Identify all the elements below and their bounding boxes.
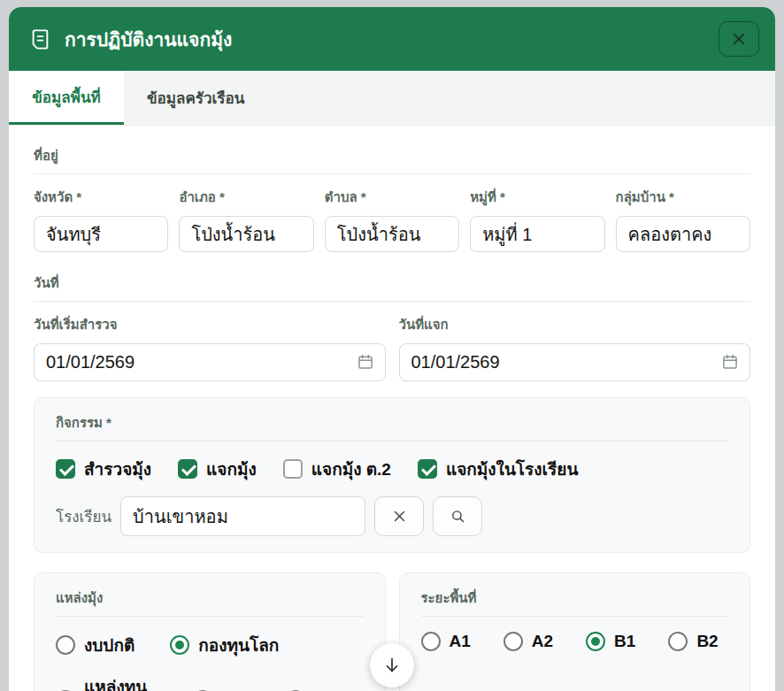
activity-panel: กิจกรรม * สำรวจมุ้ง แจกมุ้ง แจกมุ้ง ต.2 (34, 397, 750, 553)
divider (34, 301, 750, 302)
radio-icon (586, 632, 605, 651)
village-group-label: กลุ่มบ้าน * (616, 187, 750, 208)
radio-a2[interactable]: A2 (503, 632, 553, 651)
school-label: โรงเรียน (56, 504, 111, 528)
scroll-down-button[interactable] (370, 643, 414, 687)
radio-label: A2 (532, 632, 553, 651)
radio-icon (421, 632, 441, 651)
radio-label: B2 (696, 632, 718, 651)
tab-household-info[interactable]: ข้อมูลครัวเรือน (124, 71, 267, 125)
activity-checkboxes: สำรวจมุ้ง แจกมุ้ง แจกมุ้ง ต.2 แจกมุ้งในโ… (56, 456, 728, 482)
area-phase-title: ระยะพื้นที่ (421, 587, 729, 609)
area-phase-row: A1 A2 B1 B2 (421, 632, 729, 651)
district-input[interactable] (179, 216, 313, 252)
radio-other-fund[interactable]: แหล่งทุนอื่น (56, 673, 158, 691)
date-section-title: วันที่ (34, 273, 750, 294)
survey-start-date-input[interactable] (34, 343, 386, 381)
checkbox-distribute-nets-school[interactable]: แจกมุ้งในโรงเรียน (418, 456, 578, 482)
field-subdistrict: ตำบล * (325, 187, 459, 252)
radio-a1[interactable]: A1 (421, 632, 471, 651)
divider (34, 173, 750, 174)
checkbox-label: แจกมุ้ง (206, 456, 257, 482)
radio-global-fund[interactable]: กองทุนโลก (170, 632, 279, 658)
field-village-group: กลุ่มบ้าน * (616, 187, 750, 252)
activity-section-title: กิจกรรม * (56, 412, 728, 434)
school-input[interactable] (120, 496, 365, 536)
checkbox-icon (178, 459, 197, 479)
radio-b1[interactable]: B1 (586, 632, 635, 651)
moo-label: หมู่ที่ * (470, 187, 604, 208)
divider (421, 616, 729, 617)
radio-label: A1 (450, 632, 471, 651)
province-input[interactable] (34, 216, 168, 252)
net-source-row-2: แหล่งทุนอื่น RAI RAI2E (56, 673, 364, 691)
area-phase-panel: ระยะพื้นที่ A1 A2 B1 (399, 572, 751, 691)
radio-icon (56, 635, 75, 655)
field-moo: หมู่ที่ * (470, 187, 604, 252)
divider (56, 616, 364, 617)
radio-label: กองทุนโลก (198, 632, 279, 658)
close-button[interactable] (719, 21, 759, 57)
radio-label: งบปกติ (84, 632, 135, 658)
address-section-title: ที่อยู่ (34, 145, 750, 166)
close-icon (392, 509, 407, 524)
checkbox-label: แจกมุ้งในโรงเรียน (446, 456, 578, 482)
radio-icon (503, 632, 523, 651)
net-source-row-1: งบปกติ กองทุนโลก (56, 632, 364, 658)
radio-icon (170, 635, 189, 655)
village-group-input[interactable] (616, 216, 750, 252)
school-row: โรงเรียน (56, 496, 728, 536)
checkbox-icon (418, 459, 437, 479)
tab-area-info[interactable]: ข้อมูลพื้นที่ (9, 71, 124, 125)
province-label: จังหวัด * (34, 187, 168, 208)
radio-label: แหล่งทุนอื่น (84, 673, 158, 691)
net-distribution-modal: การปฏิบัติงานแจกมุ้ง ข้อมูลพื้นที่ ข้อมู… (9, 7, 775, 691)
checkbox-icon (56, 459, 75, 479)
checkbox-distribute-nets-t2[interactable]: แจกมุ้ง ต.2 (283, 456, 391, 482)
checkbox-icon (283, 459, 303, 479)
radio-icon (668, 632, 688, 651)
date-fields: วันที่เริ่มสำรวจ วันที่แจก (34, 314, 750, 381)
field-distribution-date: วันที่แจก (399, 314, 751, 381)
close-icon (731, 31, 747, 47)
survey-start-date-label: วันที่เริ่มสำรวจ (34, 314, 386, 335)
distribution-date-input[interactable] (399, 343, 751, 381)
field-province: จังหวัด * (34, 187, 168, 252)
arrow-down-icon (382, 656, 402, 675)
checkbox-label: สำรวจมุ้ง (84, 456, 151, 482)
radio-normal-budget[interactable]: งบปกติ (56, 632, 135, 658)
subdistrict-label: ตำบล * (325, 187, 459, 208)
school-clear-button[interactable] (374, 496, 424, 536)
school-search-button[interactable] (433, 496, 482, 536)
tab-bar: ข้อมูลพื้นที่ ข้อมูลครัวเรือน (9, 71, 775, 126)
subdistrict-input[interactable] (325, 216, 459, 252)
search-icon (450, 509, 465, 524)
net-source-panel: แหล่งมุ้ง งบปกติ กองทุนโลก แหล่งทุ (34, 572, 386, 691)
radio-b2[interactable]: B2 (668, 632, 718, 651)
field-survey-start-date: วันที่เริ่มสำรวจ (34, 314, 386, 381)
checkbox-survey-nets[interactable]: สำรวจมุ้ง (56, 456, 151, 482)
divider (56, 441, 728, 441)
checkbox-label: แจกมุ้ง ต.2 (311, 456, 391, 482)
document-icon (28, 27, 52, 51)
field-district: อำเภอ * (179, 187, 313, 252)
form-content: ที่อยู่ จังหวัด * อำเภอ * ตำบล * หมู่ที่… (9, 126, 775, 691)
radio-label: B1 (614, 632, 635, 651)
district-label: อำเภอ * (179, 187, 313, 208)
address-fields: จังหวัด * อำเภอ * ตำบล * หมู่ที่ * กลุ่ม… (34, 187, 750, 252)
modal-title: การปฏิบัติงานแจกมุ้ง (65, 25, 719, 54)
distribution-date-label: วันที่แจก (399, 314, 751, 335)
checkbox-distribute-nets[interactable]: แจกมุ้ง (178, 456, 257, 482)
modal-header: การปฏิบัติงานแจกมุ้ง (9, 7, 775, 71)
net-source-title: แหล่งมุ้ง (56, 587, 364, 609)
moo-input[interactable] (470, 216, 604, 252)
